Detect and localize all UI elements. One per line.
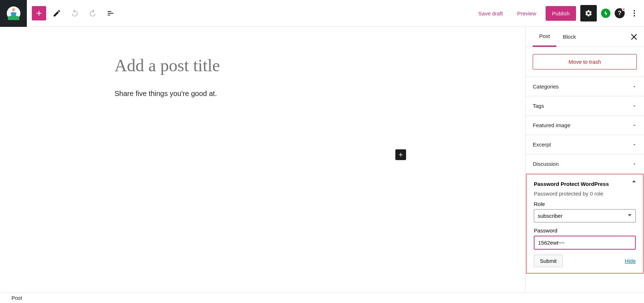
chevron-down-icon	[632, 123, 637, 128]
panel-password-protect: Password Protect WordPress Password prot…	[527, 174, 643, 273]
ppw-title-text: Password Protect WordPress	[534, 180, 609, 188]
prompt-text: Share five things you're good at.	[114, 90, 411, 98]
notification-badge	[622, 8, 625, 11]
settings-icon[interactable]	[580, 5, 597, 21]
insert-block-button[interactable]	[395, 149, 406, 160]
editor-canvas[interactable]: Share five things you're good at.	[0, 27, 525, 292]
site-icon[interactable]	[0, 0, 27, 27]
preview-button[interactable]: Preview	[512, 7, 541, 20]
svg-point-1	[12, 8, 15, 11]
panel-featured-image[interactable]: Featured image	[526, 116, 644, 135]
settings-sidebar: Post Block Move to trash Categories Tags…	[525, 27, 644, 292]
hide-link[interactable]: Hide	[625, 258, 636, 264]
svg-point-2	[634, 10, 635, 11]
panel-tags[interactable]: Tags	[526, 96, 644, 115]
topbar: Save draft Preview Publish ?	[0, 0, 644, 27]
svg-point-4	[634, 15, 635, 16]
password-label: Password	[534, 227, 636, 234]
tab-post[interactable]: Post	[533, 27, 556, 47]
add-block-button[interactable]	[32, 6, 46, 20]
chevron-down-icon	[632, 104, 637, 109]
publish-button[interactable]: Publish	[546, 6, 576, 21]
chevron-down-icon	[632, 162, 637, 167]
more-menu-icon[interactable]	[629, 5, 640, 21]
save-draft-button[interactable]: Save draft	[473, 7, 508, 20]
panel-discussion[interactable]: Discussion	[526, 154, 644, 173]
breadcrumb: Post	[11, 295, 22, 301]
chevron-down-icon	[632, 142, 637, 147]
outline-icon[interactable]	[103, 6, 118, 20]
edit-icon[interactable]	[50, 6, 64, 20]
submit-button[interactable]: Submit	[534, 255, 563, 267]
role-select[interactable]: subscriber	[534, 209, 636, 222]
breadcrumb-bar: Post	[0, 292, 644, 303]
chevron-up-icon[interactable]	[632, 180, 636, 182]
password-input[interactable]	[534, 236, 636, 250]
panel-excerpt[interactable]: Excerpt	[526, 135, 644, 154]
move-to-trash-button[interactable]: Move to trash	[533, 54, 637, 69]
chevron-down-icon	[632, 84, 637, 89]
close-icon[interactable]	[629, 32, 639, 42]
svg-point-3	[634, 13, 635, 14]
help-icon[interactable]: ?	[615, 8, 625, 18]
post-title-input[interactable]	[114, 56, 411, 75]
role-label: Role	[534, 201, 636, 207]
ppw-subtitle: Password protected by 0 role	[534, 191, 636, 197]
undo-icon[interactable]	[68, 6, 82, 20]
panel-categories[interactable]: Categories	[526, 77, 644, 96]
redo-icon[interactable]	[86, 6, 100, 20]
tab-block[interactable]: Block	[556, 27, 582, 46]
jetpack-icon[interactable]	[601, 9, 610, 18]
